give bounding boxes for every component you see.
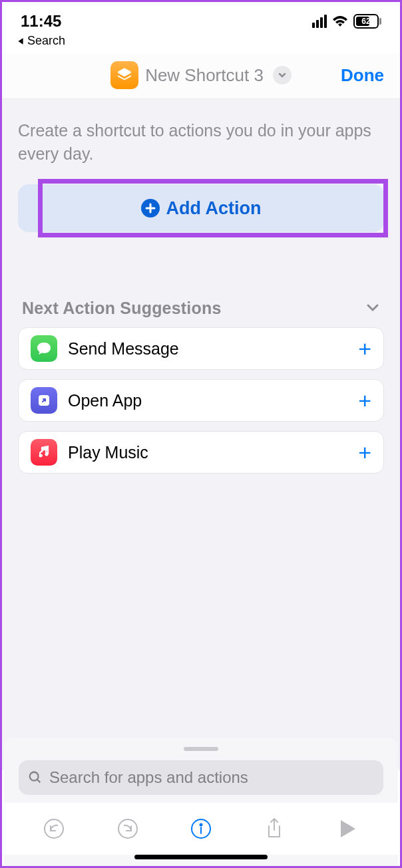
search-input[interactable]: Search for apps and actions — [19, 760, 383, 795]
back-to-search[interactable]: Search — [2, 34, 400, 53]
add-suggestion-icon[interactable]: + — [358, 336, 371, 362]
open-app-icon — [31, 387, 57, 414]
intro-text: Create a shortcut to actions you do in y… — [18, 119, 384, 166]
status-indicators: 62 — [312, 14, 381, 29]
add-suggestion-icon[interactable]: + — [358, 440, 371, 466]
suggestion-list: Send Message + Open App + Play Music + — [18, 327, 384, 474]
suggestions-header[interactable]: Next Action Suggestions — [18, 299, 384, 327]
share-button[interactable] — [262, 816, 287, 841]
suggestion-label: Play Music — [68, 443, 347, 462]
wifi-icon — [332, 15, 348, 28]
home-indicator[interactable] — [134, 855, 268, 859]
svg-line-4 — [37, 780, 41, 783]
back-label: Search — [27, 34, 65, 48]
sheet-grabber[interactable] — [184, 747, 218, 751]
suggestion-label: Send Message — [68, 339, 347, 359]
battery-icon: 62 — [353, 14, 381, 29]
chevron-down-icon — [365, 300, 380, 317]
add-suggestion-icon[interactable]: + — [358, 388, 371, 414]
search-placeholder: Search for apps and actions — [49, 768, 248, 787]
suggestion-label: Open App — [68, 391, 347, 410]
suggestion-send-message[interactable]: Send Message + — [18, 327, 384, 370]
search-icon — [28, 770, 43, 785]
redo-button[interactable] — [115, 816, 140, 841]
undo-button[interactable] — [41, 816, 67, 841]
suggestion-open-app[interactable]: Open App + — [18, 379, 384, 422]
nav-header: New Shortcut 3 Done — [2, 53, 400, 99]
battery-percentage: 62 — [361, 17, 370, 26]
main-content: Create a shortcut to actions you do in y… — [2, 99, 400, 770]
done-button[interactable]: Done — [341, 65, 384, 86]
svg-point-3 — [30, 772, 39, 781]
play-button[interactable] — [335, 816, 361, 841]
suggestion-play-music[interactable]: Play Music + — [18, 431, 384, 474]
cellular-signal-icon — [312, 15, 327, 28]
status-time: 11:45 — [21, 12, 61, 31]
info-button[interactable] — [188, 816, 214, 841]
add-action-button[interactable]: Add Action — [18, 184, 384, 232]
bottom-panel: Search for apps and actions — [4, 738, 398, 866]
status-bar: 11:45 62 — [2, 2, 400, 34]
suggestions-title: Next Action Suggestions — [22, 299, 222, 318]
svg-point-2 — [45, 453, 49, 456]
toolbar — [4, 803, 398, 855]
svg-point-1 — [39, 454, 43, 458]
svg-point-6 — [118, 819, 137, 838]
back-triangle-icon — [17, 37, 25, 45]
shortcut-title: New Shortcut 3 — [145, 65, 264, 86]
title-chevron-icon[interactable] — [273, 66, 292, 84]
music-icon — [31, 439, 57, 466]
svg-point-5 — [45, 819, 63, 838]
plus-circle-icon — [141, 199, 160, 217]
shortcut-title-group[interactable]: New Shortcut 3 — [110, 61, 292, 89]
svg-point-8 — [200, 824, 202, 826]
message-icon — [31, 335, 57, 362]
shortcuts-app-icon — [110, 61, 138, 89]
add-action-label: Add Action — [166, 198, 262, 219]
